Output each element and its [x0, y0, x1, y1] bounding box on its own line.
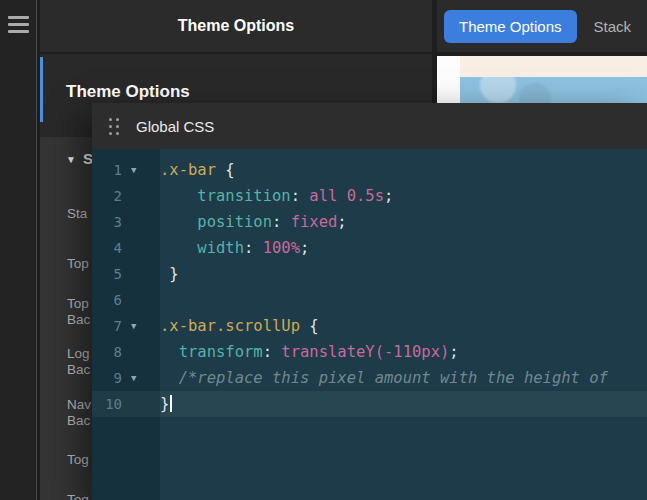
fold-spacer [122, 287, 160, 313]
text-cursor [170, 395, 172, 412]
code-line[interactable]: 4 width: 100%; [92, 235, 647, 261]
active-panel-indicator [40, 57, 43, 122]
sidebar-option-label: Tog [67, 452, 89, 468]
code-text: position: fixed; [160, 209, 347, 235]
code-token [160, 239, 197, 257]
code-text: width: 100%; [160, 235, 309, 261]
line-number: 4 [92, 235, 122, 261]
line-number: 1 [92, 157, 122, 183]
code-token: } [160, 265, 179, 283]
code-token: { [216, 161, 235, 179]
code-text: } [160, 261, 179, 287]
code-token [160, 213, 197, 231]
code-token: ; [449, 343, 458, 361]
tab-theme-options[interactable]: Theme Options [444, 10, 577, 43]
code-line[interactable]: 7▼.x-bar.scrollUp { [92, 313, 647, 339]
code-token: ; [384, 187, 393, 205]
code-token: ; [337, 213, 346, 231]
code-line[interactable]: 2 transition: all 0.5s; [92, 183, 647, 209]
left-rail [0, 0, 37, 500]
code-text: .x-bar { [160, 157, 235, 183]
hamburger-menu-icon[interactable] [8, 16, 29, 37]
code-line[interactable]: 9▼ /*replace this pixel amount with the … [92, 365, 647, 391]
line-number: 7 [92, 313, 122, 339]
fold-arrow-icon[interactable]: ▼ [122, 365, 160, 391]
fold-arrow-icon[interactable]: ▼ [122, 313, 160, 339]
drag-handle-icon[interactable] [109, 118, 119, 135]
code-token: ; [300, 239, 309, 257]
code-token: .x-bar.scrollUp [160, 317, 300, 335]
editor-header[interactable]: Global CSS [92, 103, 647, 149]
view-tab-bar: Theme OptionsStackL [437, 0, 647, 52]
code-token [160, 343, 179, 361]
chevron-down-icon: ▼ [66, 154, 76, 165]
fold-spacer [122, 235, 160, 261]
sidebar-section-toggle[interactable]: ▼S [66, 150, 93, 167]
code-token: position [197, 213, 272, 231]
fold-spacer [122, 183, 160, 209]
line-number: 5 [92, 261, 122, 287]
sidebar-option-label: Sta [67, 206, 87, 222]
code-token [160, 187, 197, 205]
code-token: { [300, 317, 319, 335]
code-token: fixed [291, 213, 338, 231]
code-token: all 0.5s [309, 187, 384, 205]
code-token: : [272, 213, 291, 231]
fold-spacer [122, 339, 160, 365]
line-number: 8 [92, 339, 122, 365]
code-line[interactable]: 3 position: fixed; [92, 209, 647, 235]
code-text: .x-bar.scrollUp { [160, 313, 319, 339]
code-text: transform: translateY(-110px); [160, 339, 459, 365]
code-token: width [197, 239, 244, 257]
code-text: } [160, 391, 172, 417]
tab-stack[interactable]: Stack [594, 18, 632, 35]
editor-title: Global CSS [136, 118, 214, 135]
sidebar-title: Theme Options [40, 54, 432, 102]
panel-header-bar: Theme Options [40, 0, 432, 52]
code-line[interactable]: 5 } [92, 261, 647, 287]
fold-spacer [122, 261, 160, 287]
code-line[interactable]: 1▼.x-bar { [92, 157, 647, 183]
code-line[interactable]: 8 transform: translateY(-110px); [92, 339, 647, 365]
sidebar-option-label: Tog [67, 492, 89, 500]
code-token: 100% [263, 239, 300, 257]
sidebar-option-label: Top Bac [67, 296, 90, 328]
line-number: 6 [92, 287, 122, 313]
code-token: } [160, 395, 169, 413]
fold-spacer [122, 209, 160, 235]
code-token: translateY(-110px) [281, 343, 449, 361]
code-token: .x-bar [160, 161, 216, 179]
code-token [160, 369, 179, 387]
code-text: transition: all 0.5s; [160, 183, 393, 209]
fold-arrow-icon[interactable]: ▼ [122, 157, 160, 183]
code-token: /*replace this pixel amount with the hei… [179, 369, 608, 387]
code-token: : [291, 187, 310, 205]
line-number: 9 [92, 365, 122, 391]
panel-title: Theme Options [178, 17, 294, 35]
global-css-editor: Global CSS 1▼.x-bar {2 transition: all 0… [92, 103, 647, 500]
line-number: 3 [92, 209, 122, 235]
code-token: : [263, 343, 282, 361]
code-line[interactable]: 6 [92, 287, 647, 313]
code-line[interactable]: 10} [92, 391, 647, 417]
line-number: 2 [92, 183, 122, 209]
sidebar-option-label: Top [67, 256, 89, 272]
code-text: /*replace this pixel amount with the hei… [160, 365, 608, 391]
sidebar-option-label: Log Bac [67, 346, 90, 378]
line-number: 10 [92, 391, 122, 417]
fold-spacer [122, 391, 160, 417]
sidebar-option-label: Nav Bac [67, 397, 91, 429]
code-token: transition [197, 187, 290, 205]
code-token: transform [179, 343, 263, 361]
preview-page-background [460, 56, 647, 77]
code-token: : [244, 239, 263, 257]
code-area[interactable]: 1▼.x-bar {2 transition: all 0.5s;3 posit… [92, 149, 647, 500]
